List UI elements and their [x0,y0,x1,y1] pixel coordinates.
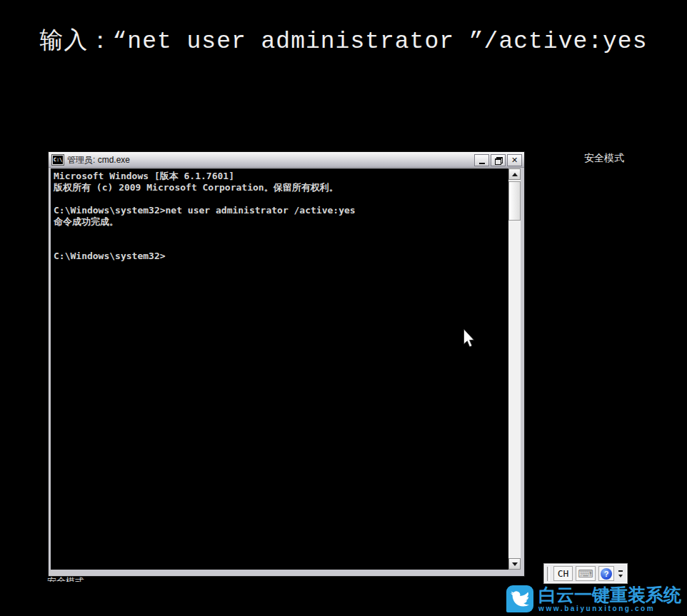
scrollbar-track[interactable] [508,221,521,558]
keyboard-icon: ⌨ [578,568,593,579]
help-button[interactable]: ? [598,566,614,581]
minimize-icon [479,163,485,164]
cmd-window: C:\ 管理员: cmd.exe ✕ Microsoft Windows [版本… [49,152,524,576]
options-bar-icon [618,570,623,572]
watermark-text: 白云一键重装系统 www.baiyunxitong.com [538,585,681,612]
scrollbar-thumb[interactable] [508,181,521,221]
bird-icon [511,590,529,608]
close-icon: ✕ [511,156,518,164]
cmd-title-bar[interactable]: C:\ 管理员: cmd.exe ✕ [49,152,524,168]
scroll-down-button[interactable] [508,558,521,570]
input-language-button[interactable]: CH [553,566,573,581]
window-title: 管理员: cmd.exe [67,154,473,166]
brand-logo [506,585,533,612]
help-icon: ? [601,568,612,580]
language-bar: CH ⌨ ? [544,564,627,583]
cmd-frame: Microsoft Windows [版本 6.1.7601] 版权所有 (c)… [51,168,521,570]
console-area[interactable]: Microsoft Windows [版本 6.1.7601] 版权所有 (c)… [51,168,508,570]
watermark: 白云一键重装系统 www.baiyunxitong.com [506,585,681,612]
console-text: Microsoft Windows [版本 6.1.7601] 版权所有 (c)… [54,171,508,262]
arrow-up-icon [512,170,518,176]
restore-icon [495,157,501,163]
restore-button[interactable] [491,154,506,166]
scroll-up-button[interactable] [508,168,521,180]
page-title: 输入：“net user administrator ”/active:yes [0,24,687,56]
minimize-button[interactable] [474,154,489,166]
chevron-down-icon [618,575,623,580]
vertical-scrollbar[interactable] [508,168,521,570]
language-bar-options-button[interactable] [616,566,625,581]
safe-mode-label-top-right: 安全模式 [584,152,624,165]
keyboard-layout-button[interactable]: ⌨ [576,566,596,581]
arrow-down-icon [512,562,518,569]
close-button[interactable]: ✕ [507,154,522,166]
brand-name: 白云一键重装系统 [538,585,681,605]
language-bar-gripper[interactable] [547,567,550,581]
cmd-icon: C:\ [52,155,64,165]
brand-url: www.baiyunxitong.com [538,605,681,612]
safe-mode-label-bottom-left: 安全模式 [47,576,84,582]
mouse-cursor-icon [463,329,476,351]
